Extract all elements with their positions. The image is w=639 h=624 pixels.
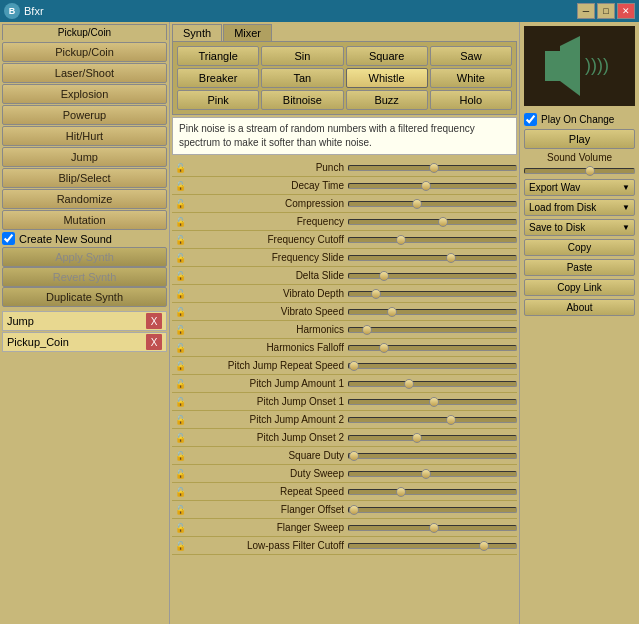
about-button[interactable]: About xyxy=(524,299,635,316)
track-pitch-jump-onset2[interactable] xyxy=(348,435,517,441)
track-pitch-jump-onset1[interactable] xyxy=(348,399,517,405)
volume-slider[interactable] xyxy=(524,168,635,174)
wave-tan[interactable]: Tan xyxy=(261,68,343,88)
copy-link-button[interactable]: Copy Link xyxy=(524,279,635,296)
wave-buzz[interactable]: Buzz xyxy=(346,90,428,110)
lock-harm-falloff[interactable]: 🔓 xyxy=(172,343,188,353)
wave-pink[interactable]: Pink xyxy=(177,90,259,110)
sound-btn-blip-select[interactable]: Blip/Select xyxy=(2,168,167,188)
synth-item-jump-label: Jump xyxy=(7,315,34,327)
track-harmonics[interactable] xyxy=(348,327,517,333)
track-decay[interactable] xyxy=(348,183,517,189)
slider-pitch-jump-repeat: 🔓 Pitch Jump Repeat Speed xyxy=(172,357,517,375)
wave-triangle[interactable]: Triangle xyxy=(177,46,259,66)
wave-holo[interactable]: Holo xyxy=(430,90,512,110)
track-flanger-offset[interactable] xyxy=(348,507,517,513)
track-pitch-jump-amt2[interactable] xyxy=(348,417,517,423)
track-pitch-jump-amt1[interactable] xyxy=(348,381,517,387)
track-lowpass[interactable] xyxy=(348,543,517,549)
wave-square[interactable]: Square xyxy=(346,46,428,66)
wave-whistle[interactable]: Whistle xyxy=(346,68,428,88)
tab-pickup-coin[interactable]: Pickup/Coin xyxy=(2,24,167,40)
lock-delta-slide[interactable]: 🔓 xyxy=(172,271,188,281)
lock-square-duty[interactable]: 🔓 xyxy=(172,451,188,461)
create-new-sound-checkbox[interactable] xyxy=(2,232,15,245)
track-freq-slide[interactable] xyxy=(348,255,517,261)
play-on-change-checkbox[interactable] xyxy=(524,113,537,126)
lock-freq-cutoff[interactable]: 🔓 xyxy=(172,235,188,245)
sound-btn-powerup[interactable]: Powerup xyxy=(2,105,167,125)
lock-flanger-sweep[interactable]: 🔓 xyxy=(172,523,188,533)
track-compression[interactable] xyxy=(348,201,517,207)
track-vibrato-depth[interactable] xyxy=(348,291,517,297)
track-harm-falloff[interactable] xyxy=(348,345,517,351)
lock-freq-slide[interactable]: 🔓 xyxy=(172,253,188,263)
tab-mixer[interactable]: Mixer xyxy=(223,24,272,41)
wave-white[interactable]: White xyxy=(430,68,512,88)
minimize-button[interactable]: ─ xyxy=(577,3,595,19)
lock-compression[interactable]: 🔓 xyxy=(172,199,188,209)
maximize-button[interactable]: □ xyxy=(597,3,615,19)
lock-duty-sweep[interactable]: 🔓 xyxy=(172,469,188,479)
track-delta-slide[interactable] xyxy=(348,273,517,279)
label-delta-slide: Delta Slide xyxy=(188,270,348,281)
lock-pitch-jump-onset1[interactable]: 🔓 xyxy=(172,397,188,407)
save-disk-arrow: ▼ xyxy=(622,223,630,232)
label-pitch-jump-amt1: Pitch Jump Amount 1 xyxy=(188,378,348,389)
label-vibrato-speed: Vibrato Speed xyxy=(188,306,348,317)
sound-btn-explosion[interactable]: Explosion xyxy=(2,84,167,104)
play-button[interactable]: Play xyxy=(524,129,635,149)
track-flanger-sweep[interactable] xyxy=(348,525,517,531)
lock-frequency[interactable]: 🔓 xyxy=(172,217,188,227)
lock-pitch-jump-onset2[interactable]: 🔓 xyxy=(172,433,188,443)
synth-item-pickup-remove[interactable]: X xyxy=(146,334,162,350)
tab-synth[interactable]: Synth xyxy=(172,24,222,41)
lock-vibrato-speed[interactable]: 🔓 xyxy=(172,307,188,317)
copy-button[interactable]: Copy xyxy=(524,239,635,256)
sound-btn-jump[interactable]: Jump xyxy=(2,147,167,167)
sound-btn-randomize[interactable]: Randomize xyxy=(2,189,167,209)
label-harm-falloff: Harmonics Falloff xyxy=(188,342,348,353)
waveform-grid: Triangle Sin Square Saw Breaker Tan Whis… xyxy=(172,41,517,115)
sound-btn-hit-hurt[interactable]: Hit/Hurt xyxy=(2,126,167,146)
track-duty-sweep[interactable] xyxy=(348,471,517,477)
track-pitch-jump-repeat[interactable] xyxy=(348,363,517,369)
lock-repeat-speed[interactable]: 🔓 xyxy=(172,487,188,497)
paste-button[interactable]: Paste xyxy=(524,259,635,276)
lock-punch[interactable]: 🔓 xyxy=(172,163,188,173)
revert-synth-button[interactable]: Revert Synth xyxy=(2,267,167,287)
wave-saw[interactable]: Saw xyxy=(430,46,512,66)
sound-btn-mutation[interactable]: Mutation xyxy=(2,210,167,230)
lock-vibrato-depth[interactable]: 🔓 xyxy=(172,289,188,299)
wave-bitnoise[interactable]: Bitnoise xyxy=(261,90,343,110)
label-punch: Punch xyxy=(188,162,348,173)
synth-item-jump-remove[interactable]: X xyxy=(146,313,162,329)
track-repeat-speed[interactable] xyxy=(348,489,517,495)
duplicate-synth-button[interactable]: Duplicate Synth xyxy=(2,287,167,307)
export-wav-button[interactable]: Export Wav ▼ xyxy=(524,179,635,196)
track-freq-cutoff[interactable] xyxy=(348,237,517,243)
wave-sin[interactable]: Sin xyxy=(261,46,343,66)
lock-pitch-jump-amt2[interactable]: 🔓 xyxy=(172,415,188,425)
label-lowpass: Low-pass Filter Cutoff xyxy=(188,540,348,551)
sound-btn-pickup-coin[interactable]: Pickup/Coin xyxy=(2,42,167,62)
title-bar: B Bfxr ─ □ ✕ xyxy=(0,0,639,22)
save-to-disk-button[interactable]: Save to Disk ▼ xyxy=(524,219,635,236)
lock-decay[interactable]: 🔓 xyxy=(172,181,188,191)
slider-pitch-jump-onset2: 🔓 Pitch Jump Onset 2 xyxy=(172,429,517,447)
apply-synth-button[interactable]: Apply Synth xyxy=(2,247,167,267)
label-square-duty: Square Duty xyxy=(188,450,348,461)
track-square-duty[interactable] xyxy=(348,453,517,459)
track-frequency[interactable] xyxy=(348,219,517,225)
lock-pitch-jump-amt1[interactable]: 🔓 xyxy=(172,379,188,389)
lock-lowpass[interactable]: 🔓 xyxy=(172,541,188,551)
lock-flanger-offset[interactable]: 🔓 xyxy=(172,505,188,515)
track-punch[interactable] xyxy=(348,165,517,171)
close-button[interactable]: ✕ xyxy=(617,3,635,19)
lock-harmonics[interactable]: 🔓 xyxy=(172,325,188,335)
wave-breaker[interactable]: Breaker xyxy=(177,68,259,88)
track-vibrato-speed[interactable] xyxy=(348,309,517,315)
sound-btn-laser-shoot[interactable]: Laser/Shoot xyxy=(2,63,167,83)
load-from-disk-button[interactable]: Load from Disk ▼ xyxy=(524,199,635,216)
lock-pitch-jump-repeat[interactable]: 🔓 xyxy=(172,361,188,371)
